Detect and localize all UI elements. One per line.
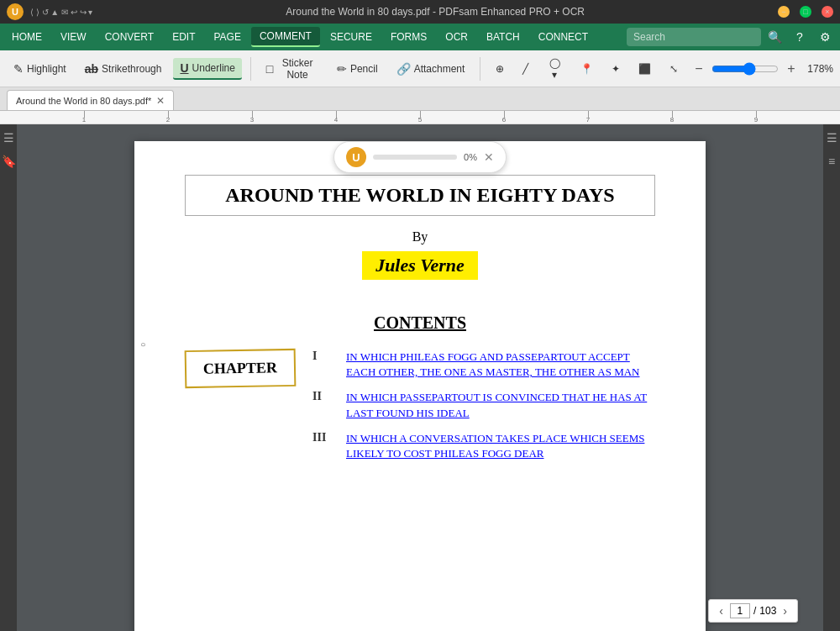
strikethrough-tool[interactable]: ab Strikethrough (78, 59, 169, 79)
app-logo: U (7, 3, 24, 20)
menu-view[interactable]: VIEW (52, 28, 95, 46)
zoom-out-button[interactable]: − (690, 60, 708, 78)
zoom-in-button[interactable]: + (782, 60, 801, 78)
menu-comment[interactable]: COMMENT (251, 27, 320, 47)
table-row: II IN WHICH PASSEPARTOUT IS CONVINCED TH… (312, 390, 655, 420)
total-pages: 103 (759, 605, 776, 617)
close-button[interactable]: × (822, 6, 833, 18)
ruler: 1 2 3 4 5 6 7 8 9 (0, 111, 840, 124)
menu-page[interactable]: PAGE (205, 28, 249, 46)
chapter-list: I IN WHICH PHILEAS FOGG AND PASSEPARTOUT… (312, 350, 655, 471)
table-row: I IN WHICH PHILEAS FOGG AND PASSEPARTOUT… (312, 350, 655, 380)
line-tool[interactable]: ╱ (516, 60, 535, 78)
page-separator: / (753, 605, 756, 617)
shapes-tool[interactable]: ◯ ▾ (540, 54, 569, 84)
highlight-tool[interactable]: ✎ Highlight (7, 59, 73, 79)
attachment-icon: 🔗 (396, 62, 411, 76)
pencil-icon: ✏ (337, 62, 347, 76)
progress-percent: 0% (464, 152, 477, 162)
measure-tool[interactable]: ⊕ (489, 60, 511, 78)
toolbar: ✎ Highlight ab Strikethrough U Underline… (0, 50, 840, 87)
book-title: AROUND THE WORLD IN EIGHTY DAYS (185, 175, 655, 216)
menu-connect[interactable]: CONNECT (530, 28, 596, 46)
menu-edit[interactable]: EDIT (164, 28, 203, 46)
chapter-num-1: I (312, 350, 336, 363)
current-page[interactable]: 1 (730, 603, 750, 618)
menu-ocr[interactable]: OCR (437, 28, 476, 46)
page-navigation: ‹ 1 / 103 › (708, 599, 798, 623)
close-popup-button[interactable]: ✕ (484, 150, 494, 164)
progress-bar-background (373, 155, 457, 160)
chapter-link-2[interactable]: IN WHICH PASSEPARTOUT IS CONVINCED THAT … (346, 390, 655, 420)
search-input[interactable] (627, 28, 761, 46)
zoom-slider[interactable] (711, 62, 779, 76)
tab-label: Around the World in 80 days.pdf* (16, 96, 151, 106)
zoom-controls: − + 178% (690, 60, 833, 78)
sticker-icon: □ (266, 62, 273, 76)
search-button[interactable]: 🔍 (763, 25, 786, 49)
properties-icon[interactable]: ☰ (823, 128, 841, 148)
menu-convert[interactable]: CONVERT (97, 28, 162, 46)
pdf-area[interactable]: U 0% ✕ 0 AROUND THE WORLD IN EIGHTY DAYS… (17, 124, 823, 631)
strikethrough-icon: ab (85, 62, 98, 76)
next-page-button[interactable]: › (780, 604, 790, 618)
underline-progress-icon: U (346, 147, 366, 167)
chapter-link-1[interactable]: IN WHICH PHILEAS FOGG AND PASSEPARTOUT A… (346, 350, 655, 380)
menu-batch[interactable]: BATCH (478, 28, 528, 46)
menu-secure[interactable]: SECURE (322, 28, 381, 46)
menu-forms[interactable]: FORMS (382, 28, 435, 46)
attachment-tool[interactable]: 🔗 Attachment (390, 59, 472, 79)
main-area: ☰ 🔖 U 0% ✕ 0 AROUND THE WORLD IN EIGHTY … (0, 124, 840, 631)
by-label: By (185, 229, 655, 245)
transform-tool[interactable]: ⤡ (663, 60, 685, 78)
underline-icon: U (180, 61, 188, 75)
pencil-tool[interactable]: ✏ Pencil (330, 59, 385, 79)
underline-tool[interactable]: U Underline (173, 58, 242, 80)
window-controls: − □ × (778, 6, 833, 18)
separator-2 (480, 57, 480, 81)
layers-icon[interactable]: ≡ (825, 151, 838, 171)
pdf-page: 0 AROUND THE WORLD IN EIGHTY DAYS By Jul… (134, 141, 706, 631)
sticker-note-tool[interactable]: □ Sticker Note (260, 54, 325, 84)
underline-progress-popup: U 0% ✕ (333, 141, 507, 173)
contents-title: CONTENTS (185, 313, 655, 333)
right-panel: ☰ ≡ (823, 124, 840, 631)
document-tab[interactable]: Around the World in 80 days.pdf* ✕ (7, 90, 174, 110)
title-bar: U ⟨ ⟩ ↺ ▲ ✉ ↩ ↪ ▾ Around the World in 80… (0, 0, 840, 24)
separator-1 (250, 57, 251, 81)
table-row: III IN WHICH A CONVERSATION TAKES PLACE … (312, 431, 655, 461)
tab-bar: Around the World in 80 days.pdf* ✕ (0, 87, 840, 111)
highlight-icon: ✎ (13, 62, 24, 76)
chapter-label-box: CHAPTER (185, 349, 297, 388)
chapter-num-3: III (312, 431, 336, 444)
window-title: Around the World in 80 days.pdf - PDFsam… (92, 6, 778, 18)
menu-bar: HOME VIEW CONVERT EDIT PAGE COMMENT SECU… (0, 24, 840, 50)
panel-toggle-icon[interactable]: ☰ (0, 128, 18, 148)
app-icon: U ⟨ ⟩ ↺ ▲ ✉ ↩ ↪ ▾ (7, 3, 92, 20)
pin-tool[interactable]: 📍 (574, 60, 600, 78)
minimize-button[interactable]: − (778, 6, 790, 18)
author-name: Jules Verne (362, 251, 478, 280)
maximize-button[interactable]: □ (800, 6, 811, 18)
vertical-indicator: 0 (139, 343, 147, 346)
tab-close-button[interactable]: ✕ (156, 95, 165, 107)
left-panel: ☰ 🔖 (0, 124, 17, 631)
author-wrapper: Jules Verne (185, 251, 655, 280)
redact-tool[interactable]: ⬛ (632, 60, 658, 78)
help-button[interactable]: ? (788, 25, 811, 49)
zoom-value: 178% (804, 63, 833, 75)
stamp-tool[interactable]: ✦ (605, 60, 627, 78)
menu-home[interactable]: HOME (3, 28, 50, 46)
chapter-num-2: II (312, 390, 336, 403)
settings-button[interactable]: ⚙ (813, 25, 837, 49)
prev-page-button[interactable]: ‹ (716, 604, 727, 618)
chapter-link-3[interactable]: IN WHICH A CONVERSATION TAKES PLACE WHIC… (346, 431, 655, 461)
chapter-section: CHAPTER I IN WHICH PHILEAS FOGG AND PASS… (185, 350, 655, 471)
